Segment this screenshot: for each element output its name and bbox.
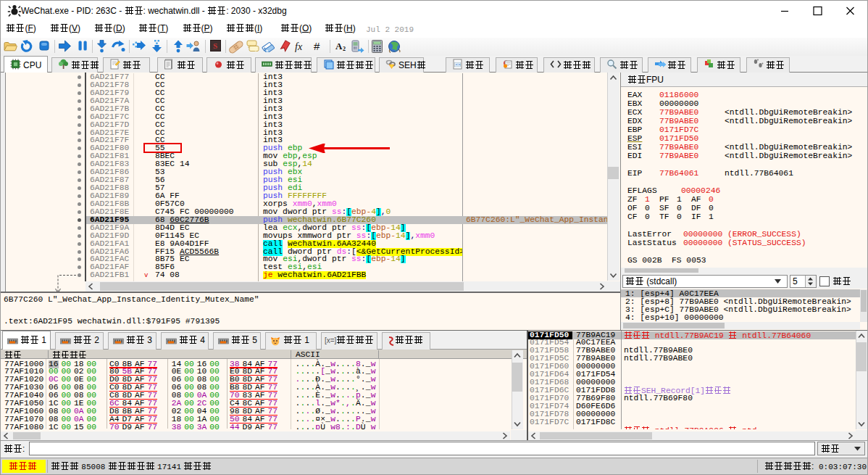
- svg-text:#: #: [314, 40, 320, 52]
- svg-text:A: A: [335, 41, 343, 51]
- svg-text:S: S: [213, 41, 217, 50]
- svg-text:fx: fx: [295, 41, 303, 52]
- svg-text:2: 2: [343, 46, 346, 52]
- svg-text:<>: <>: [456, 62, 462, 67]
